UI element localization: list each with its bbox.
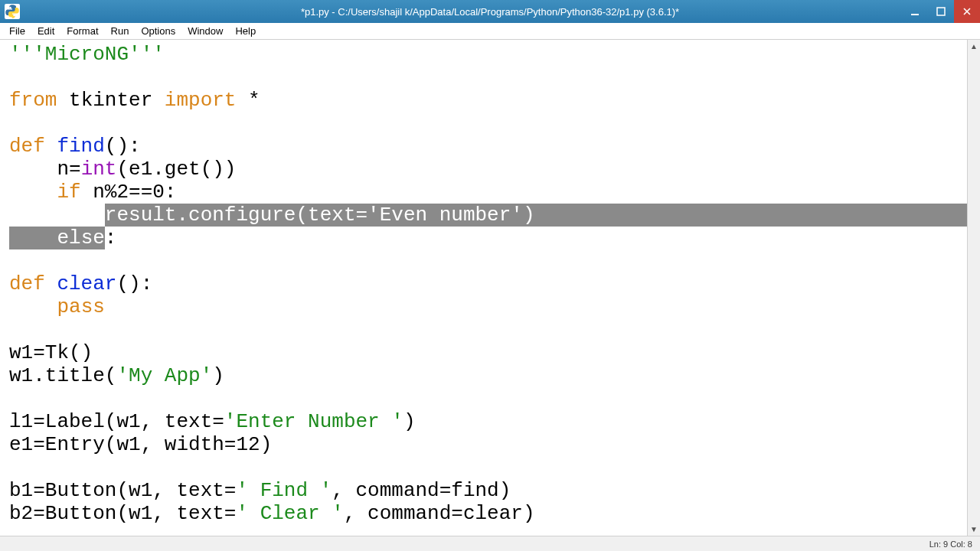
menu-format[interactable]: Format	[60, 24, 104, 38]
code-token: ():	[116, 272, 152, 295]
app-icon	[5, 4, 20, 19]
menu-file[interactable]: File	[3, 24, 31, 38]
statusbar: Ln: 9 Col: 8	[0, 536, 980, 551]
code-token: 'My App'	[116, 364, 212, 387]
menu-edit[interactable]: Edit	[31, 24, 60, 38]
menu-run[interactable]: Run	[105, 24, 136, 38]
code-token: import	[165, 89, 237, 112]
maximize-button[interactable]	[928, 0, 954, 23]
menu-help[interactable]: Help	[229, 24, 262, 38]
code-token: w1.title(	[9, 364, 116, 387]
code-token: l1=Label(w1, text=	[9, 410, 224, 433]
code-token: clear	[45, 272, 117, 295]
code-token: )	[403, 410, 416, 433]
code-token	[9, 181, 57, 204]
window-title: *p1.py - C:/Users/shajil k/AppData/Local…	[301, 6, 679, 18]
selection: result.configure(text='Even number') els…	[9, 204, 967, 249]
code-token: , command=find)	[332, 479, 511, 502]
code-token: def	[9, 135, 45, 158]
code-token: int	[81, 158, 117, 181]
code-token: :	[105, 227, 117, 249]
code-token: ():	[105, 135, 141, 158]
code-token: n=	[9, 158, 81, 181]
code-token: result.configure(text='Even number')	[105, 204, 535, 227]
code-token: tkinter	[57, 89, 164, 112]
code-token: )	[212, 364, 224, 387]
code-token	[9, 227, 57, 249]
code-line: e1=Entry(w1, width=12)	[9, 433, 272, 456]
code-token	[9, 295, 57, 318]
menubar: File Edit Format Run Options Window Help	[0, 23, 980, 40]
menu-options[interactable]: Options	[135, 24, 181, 38]
code-line: w1=Tk()	[9, 341, 93, 364]
scroll-down-icon[interactable]: ▼	[968, 523, 980, 536]
code-token	[9, 204, 105, 227]
code-token: b2=Button(w1, text=	[9, 502, 236, 525]
svg-rect-1	[937, 8, 945, 15]
scroll-up-icon[interactable]: ▲	[968, 40, 980, 53]
code-token: (e1.get())	[116, 158, 236, 181]
code-token: b1=Button(w1, text=	[9, 479, 236, 502]
vertical-scrollbar[interactable]: ▲ ▼	[967, 40, 980, 536]
code-token: ' Find '	[236, 479, 332, 502]
code-token: else	[57, 227, 104, 249]
titlebar: *p1.py - C:/Users/shajil k/AppData/Local…	[0, 0, 980, 23]
cursor-position: Ln: 9 Col: 8	[929, 540, 972, 549]
code-token: pass	[57, 295, 104, 318]
code-token: if	[57, 181, 80, 204]
code-token: ' Clear '	[236, 502, 343, 525]
code-token: from	[9, 89, 57, 112]
minimize-button[interactable]	[902, 0, 928, 23]
svg-rect-0	[911, 14, 919, 15]
window-buttons	[902, 0, 980, 23]
code-token: , command=clear)	[344, 502, 535, 525]
code-token: n%2==0:	[81, 181, 177, 204]
code-token: *	[236, 89, 260, 112]
code-token: find	[45, 135, 105, 158]
code-token: def	[9, 272, 45, 295]
editor-area: '''MicroNG''' from tkinter import * def …	[0, 40, 980, 536]
code-token: 'Enter Number '	[224, 410, 403, 433]
menu-window[interactable]: Window	[181, 24, 229, 38]
close-button[interactable]	[954, 0, 980, 23]
code-editor[interactable]: '''MicroNG''' from tkinter import * def …	[0, 40, 967, 536]
code-line: '''MicroNG'''	[9, 43, 165, 66]
